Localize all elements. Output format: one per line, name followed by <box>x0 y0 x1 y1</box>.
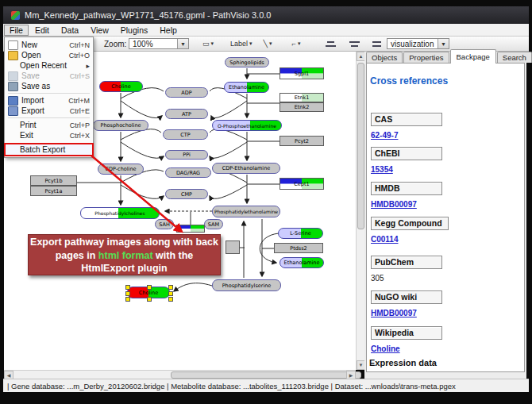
pathway-node-cmp[interactable]: CMP <box>165 189 208 199</box>
visualization-value: visualization <box>391 40 434 48</box>
vertical-scroll-thumb[interactable] <box>357 63 364 229</box>
line-tool-button[interactable]: ╲ ▾ <box>258 37 277 51</box>
align-center-button[interactable] <box>321 37 340 51</box>
xref-title: ChEBI <box>371 147 442 160</box>
node-label: ATP <box>182 111 191 117</box>
node-label: O-Phosphoethanolamine <box>218 123 276 129</box>
menu-item-batch-export[interactable]: Batch Export <box>6 144 92 155</box>
visualization-dropdown-arrow-icon[interactable]: ▼ <box>438 39 449 48</box>
pathway-node-phosphatidylcholines[interactable]: Phosphatidylcholines <box>80 207 160 219</box>
xref-title: CAS <box>371 113 442 126</box>
selection-handle[interactable] <box>125 285 130 290</box>
pathway-node-l-serine[interactable]: L-Serine <box>278 228 323 239</box>
visualization-combobox[interactable]: visualization ▼ <box>387 38 449 49</box>
selection-handle[interactable] <box>147 285 152 290</box>
pathway-node-sphingolipids[interactable]: Sphingolipids <box>225 57 269 67</box>
distribute-button[interactable] <box>345 37 364 51</box>
menu-item-label: Save as <box>21 82 87 90</box>
chevron-down-icon: ▾ <box>249 40 253 47</box>
node-label: Ptdss2 <box>290 245 307 252</box>
new-shape-tool-button[interactable]: ▭ ▾ <box>199 37 218 51</box>
canvas-vertical-scrollbar[interactable]: ▲ ▼ <box>356 52 364 370</box>
pathway-node-pcyt1b[interactable]: Pcyt1b <box>30 175 77 186</box>
pathway-node-unlabeled[interactable] <box>176 225 205 233</box>
pathway-node-cdp-choline[interactable]: CDP-choline <box>98 164 144 175</box>
shape-icon: ▭ <box>202 40 210 48</box>
pathway-node-pcyt1a[interactable]: Pcyt1a <box>30 186 77 196</box>
title-bar[interactable]: Mm_Kennedy_pathway_WP1771_45176.gpml - P… <box>3 6 529 24</box>
tab-search[interactable]: Search <box>497 52 532 63</box>
pathway-node-ctp[interactable]: CTP <box>163 129 208 140</box>
pathway-node-phosphocholine[interactable]: Phosphocholine <box>93 120 148 131</box>
selection-handle[interactable] <box>168 297 173 302</box>
pathway-node-sgpl1[interactable]: Sgpl1 <box>279 67 324 79</box>
menu-item-open[interactable]: OpenCtrl+O <box>6 50 92 60</box>
node-label: CMP <box>181 191 192 198</box>
xref-link[interactable]: 15354 <box>371 165 466 174</box>
xref-link[interactable]: C00114 <box>371 235 466 244</box>
pathway-node-ethanolamine[interactable]: Ethanolamine <box>279 257 324 268</box>
xref-link[interactable]: HMDB00097 <box>371 309 466 317</box>
tab-backpage[interactable]: Backpage <box>450 49 496 63</box>
pathway-node-ethanolamine[interactable]: Ethanolamine <box>224 82 269 93</box>
selection-handle[interactable] <box>125 291 130 296</box>
zoom-label: Zoom: <box>104 40 126 48</box>
pathway-node-ppi[interactable]: PPi <box>165 150 208 160</box>
pathway-node-dag-rag[interactable]: DAG/RAG <box>165 167 211 178</box>
zoom-combobox[interactable]: 100% ▼ <box>129 38 189 49</box>
stack-button[interactable] <box>367 37 386 51</box>
menu-item-export[interactable]: ExportCtrl+E <box>6 106 92 116</box>
pathway-node-adp[interactable]: ADP <box>165 87 208 98</box>
xref-link[interactable]: 62-49-7 <box>371 131 466 140</box>
distribute-icon <box>351 45 358 47</box>
tab-properties[interactable]: Properties <box>403 52 449 63</box>
xref-value: 305 <box>371 274 466 283</box>
pathway-node-sah[interactable]: SAH <box>155 219 174 229</box>
menu-item-import[interactable]: ImportCtrl+M <box>6 95 92 106</box>
pathway-node-phosphatidylserine[interactable]: Phosphatidylserine <box>212 279 281 291</box>
xref-link[interactable]: HMDB00097 <box>371 200 466 209</box>
pathway-node-choline[interactable]: Choline <box>99 81 143 92</box>
menu-plugins[interactable]: Plugins <box>115 25 153 36</box>
import-icon <box>8 96 18 106</box>
menu-item-save[interactable]: SaveCtrl+S <box>6 71 92 81</box>
zoom-dropdown-arrow-icon[interactable]: ▼ <box>177 39 188 48</box>
menu-item-new[interactable]: NewCtrl+N <box>6 40 92 50</box>
label-tool-button[interactable]: Label ▾ <box>228 37 255 51</box>
menu-edit[interactable]: Edit <box>29 25 55 36</box>
menu-item-open-recent[interactable]: Open Recent▸ <box>6 60 92 71</box>
pathway-node-atp[interactable]: ATP <box>165 109 208 119</box>
menu-view[interactable]: View <box>85 25 114 36</box>
menu-item-save-as[interactable]: Save as <box>6 81 92 91</box>
pathway-node-cept1[interactable]: Cept1 <box>279 178 324 190</box>
selection-handle[interactable] <box>168 285 173 290</box>
menu-data[interactable]: Data <box>56 25 84 36</box>
pathway-node-phosphatidylethanolamine[interactable]: Phosphatidylethanolamine <box>212 206 280 217</box>
pathway-node-etnk2[interactable]: Etnk2 <box>279 102 324 112</box>
menu-item-exit[interactable]: ExitCtrl+X <box>6 130 92 140</box>
pathway-node-unlabeled[interactable] <box>226 240 240 254</box>
menu-item-shortcut: Ctrl+M <box>68 97 90 105</box>
connector-tool-button[interactable]: ⌐ ▾ <box>287 37 306 51</box>
pathway-node-etnk1[interactable]: Etnk1 <box>279 93 324 102</box>
xref-link[interactable]: Choline <box>371 344 466 353</box>
pathway-node-cdp-ethanolamine[interactable]: CDP-Ethanolamine <box>212 163 280 174</box>
menu-item-shortcut: Ctrl+E <box>70 107 90 115</box>
pathway-node-choline[interactable]: Choline <box>127 287 170 298</box>
menu-file[interactable]: File <box>4 25 29 36</box>
pathway-node-sam[interactable]: SAM <box>204 219 223 229</box>
tab-objects[interactable]: Objects <box>366 52 403 63</box>
pathway-node-pcyt2[interactable]: Pcyt2 <box>279 136 324 146</box>
selection-handle[interactable] <box>125 297 130 302</box>
pathway-node-ptdss2[interactable]: Ptdss2 <box>274 243 323 253</box>
menu-item-label: Save <box>21 71 67 80</box>
cross-references-heading: Cross references <box>370 75 448 87</box>
menu-item-label: New <box>21 40 66 49</box>
menu-help[interactable]: Help <box>154 25 183 36</box>
pathway-node-o-phosphoethanolamine[interactable]: O-Phosphoethanolamine <box>212 120 282 131</box>
menu-item-print[interactable]: PrintCtrl+P <box>6 120 92 130</box>
chevron-down-icon: ▾ <box>269 40 272 47</box>
horizontal-scroll-thumb[interactable] <box>171 371 361 379</box>
selection-handle[interactable] <box>147 297 152 302</box>
selection-handle[interactable] <box>168 291 173 296</box>
